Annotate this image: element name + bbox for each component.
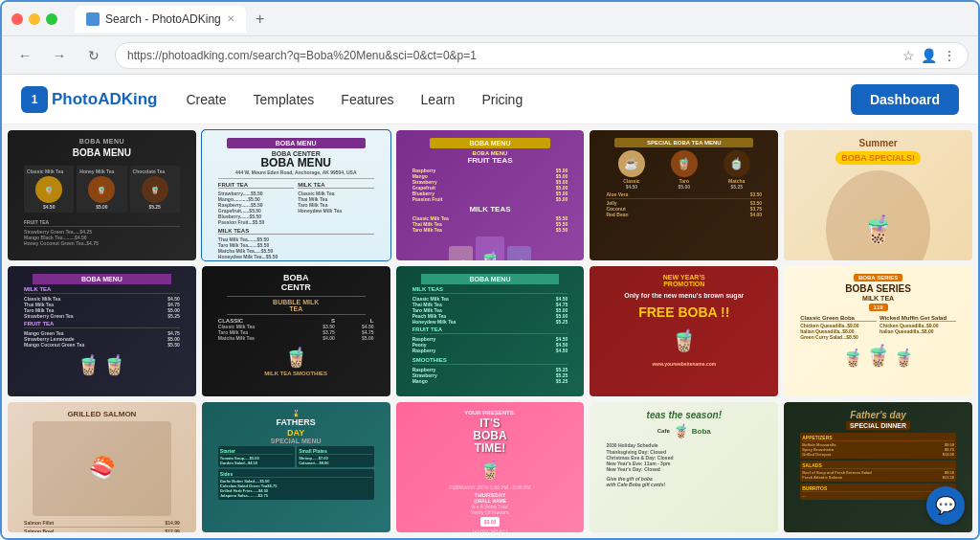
nav-links: Create Templates Features Learn Pricing (186, 92, 523, 107)
grid-item-8[interactable]: BOBA MENU MILK TEAS Classic Milk Tea$4.5… (396, 266, 585, 396)
browser-frame: Search - PhotoADKing ✕ + ← → ↻ https://p… (0, 0, 980, 540)
grid-item-4[interactable]: SPECIAL BOBA TEA MENU ☕ Classic $4.50 🧋 … (590, 130, 778, 260)
maximize-button[interactable] (46, 13, 57, 25)
tab-bar: Search - PhotoADKing ✕ + (75, 6, 271, 33)
logo-icon: 1 (21, 86, 48, 113)
browser-titlebar: Search - PhotoADKing ✕ + (2, 2, 978, 36)
nav-learn[interactable]: Learn (421, 92, 456, 107)
url-text: https://photoadking.com/search?q=Boba%20… (127, 49, 477, 62)
page-content: 1 PhotoADKing Create Templates Features … (2, 75, 978, 538)
new-tab-button[interactable]: + (250, 9, 271, 30)
nav-create[interactable]: Create (186, 92, 226, 107)
grid-item-12[interactable]: 🎖️ FATHERS DAY SPECIAL MENU Starter Toma… (202, 402, 390, 532)
tab-favicon (86, 12, 100, 26)
back-button[interactable]: ← (11, 42, 38, 69)
nav-features[interactable]: Features (341, 92, 393, 107)
image-grid: BOBA MENU BOBA MENU Classic Milk Tea 🧋 $… (2, 124, 978, 538)
grid-item-13[interactable]: YOUR PRESENTS: IT'SBOBATIME! 🧋 FEBRUARY … (396, 402, 585, 532)
chat-bubble[interactable]: 💬 (926, 486, 965, 525)
grid-item-5[interactable]: Summer BOBA SPECIALS! 🧋 Classic Milk Tea… (784, 130, 972, 260)
nav-pricing[interactable]: Pricing (481, 92, 523, 107)
grid-item-10[interactable]: BOBA SERIES BOBA SERIES MILK TEA 119 Cla… (784, 266, 972, 396)
active-tab[interactable]: Search - PhotoADKing ✕ (75, 6, 246, 33)
site-navigation: 1 PhotoADKing Create Templates Features … (2, 75, 978, 124)
tab-close-icon[interactable]: ✕ (227, 13, 234, 24)
menu-icon[interactable]: ⋮ (943, 48, 956, 63)
logo-text: PhotoADKing (52, 90, 157, 109)
bookmark-icon[interactable]: ☆ (902, 48, 915, 63)
grid-item-14[interactable]: teas the season! Cafe 🧋 Boba 2030 Holida… (590, 402, 778, 532)
tab-title: Search - PhotoADKing (105, 12, 221, 26)
grid-item-9[interactable]: NEW YEAR'SPROMOTION Only for the new men… (590, 266, 778, 396)
traffic-lights (11, 13, 57, 25)
minimize-button[interactable] (29, 13, 40, 25)
grid-item-7[interactable]: BOBA CENTR BUBBLE MILK TEA CLASSICSL Cla… (202, 266, 390, 396)
profile-icon[interactable]: 👤 (921, 48, 937, 63)
grid-item-11[interactable]: GRILLED SALMON 🍣 Salmon Fillet$14.99 Sal… (8, 402, 196, 532)
address-bar-icons: ☆ 👤 ⋮ (902, 48, 956, 63)
site-logo[interactable]: 1 PhotoADKing (21, 86, 157, 113)
grid-item-1[interactable]: BOBA MENU BOBA MENU Classic Milk Tea 🧋 $… (8, 130, 196, 260)
grid-item-2[interactable]: BOBA MENU BOBA CENTER BOBA MENU 444 W. M… (202, 130, 390, 260)
forward-button[interactable]: → (46, 42, 73, 69)
browser-toolbar: ← → ↻ https://photoadking.com/search?q=B… (2, 36, 978, 75)
nav-templates[interactable]: Templates (254, 92, 315, 107)
grid-item-6[interactable]: BOBA MENU MILK TEA Classic Milk Tea$4.50… (8, 266, 196, 396)
address-bar[interactable]: https://photoadking.com/search?q=Boba%20… (115, 42, 969, 69)
grid-item-3[interactable]: BOBA MENU BOBA MENU FRUIT TEAS Raspberry… (396, 130, 585, 260)
dashboard-button[interactable]: Dashboard (851, 84, 959, 115)
close-button[interactable] (11, 13, 23, 25)
reload-button[interactable]: ↻ (80, 42, 107, 69)
